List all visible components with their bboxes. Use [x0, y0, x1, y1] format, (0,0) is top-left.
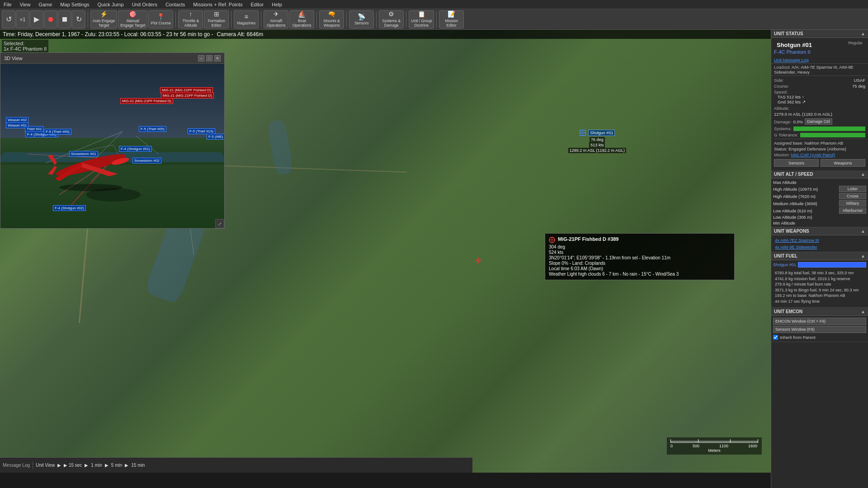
side-row: Side: USAF [774, 78, 865, 83]
g-tol-row: G Tolerance: [774, 132, 865, 137]
systems-damage-label: Systems &Damage [382, 19, 401, 28]
inherit-checkbox[interactable] [773, 335, 778, 340]
play2-btn[interactable]: ▶ [85, 463, 88, 468]
menu-bar: File View Game Map Settings Quick Jump U… [0, 0, 868, 9]
boat-ops-icon: ⛵ [298, 10, 306, 18]
menu-editor[interactable]: Editor [249, 2, 265, 7]
altitude-label: Altitude: [774, 106, 789, 111]
weapons-collapse[interactable]: ▲ [861, 229, 865, 234]
play4-btn[interactable]: ▶ [125, 463, 128, 468]
sensors-btn[interactable]: 📡 Sensors [349, 10, 374, 28]
menu-view[interactable]: View [18, 2, 33, 7]
menu-contacts[interactable]: Contacts [164, 2, 187, 7]
f5-we-label[interactable]: F-5 (WE) [207, 134, 224, 140]
military-btn[interactable]: Military [839, 200, 866, 206]
weapons-section: UNIT WEAPONS ▲ 4x AIM-7E2 Sparrow III 4x… [771, 227, 868, 252]
expand-3d-btn[interactable]: ⤢ [215, 219, 224, 228]
afterburner-btn[interactable]: Afterburner [839, 207, 866, 214]
boat-ops-btn[interactable]: ⛵ BoatOperations [289, 10, 314, 28]
map-area[interactable]: Time: Friday, December 1, 1967 - Zulu: 2… [0, 30, 771, 473]
unit-view-btn[interactable]: Unit View [36, 463, 55, 468]
unit-msg-log-link[interactable]: Unit Message Log [771, 56, 868, 63]
f4-shotgun02-label[interactable]: F-4 (Shotgun #02) [53, 205, 86, 211]
unit-type-link[interactable]: F-4C Phantom II [771, 49, 868, 56]
emcon-collapse[interactable]: ▲ [861, 309, 865, 314]
weapons-header[interactable]: UNIT WEAPONS ▲ [771, 227, 868, 235]
emcon-window-btn[interactable]: EMCON Window (Ctrl + F9) [773, 318, 866, 325]
snowstorm01-label[interactable]: Snowstorm #01 [69, 151, 98, 157]
damage-ctrl-btn[interactable]: Damage Ctrl [805, 118, 832, 125]
systems-label: Systems: [774, 126, 792, 131]
t15m-btn[interactable]: 15 min [131, 463, 145, 468]
play3-btn[interactable]: ▶ [105, 463, 108, 468]
alt-speed-collapse[interactable]: ▲ [861, 172, 865, 177]
magazines-btn[interactable]: ≡ Magazines [234, 10, 259, 28]
mission-value[interactable]: MIG CAP (AAW Patrol) [791, 152, 835, 157]
magazines-icon: ≡ [245, 13, 248, 21]
record-btn[interactable]: ⏺ [44, 10, 57, 28]
mounts-weapons-btn[interactable]: 🔫 Mounts &Weapons [319, 10, 344, 28]
emcon-header[interactable]: UNIT EMCON ▲ [771, 308, 868, 316]
loadout-section: Loadout: A/A: AIM-7E Sparrow III, AIM-9E… [771, 64, 868, 76]
systems-damage-btn[interactable]: ⚙ Systems &Damage [379, 10, 404, 28]
menu-game[interactable]: Game [37, 2, 54, 7]
status-bar: Time: Friday, December 1, 1967 - Zulu: 2… [0, 30, 771, 39]
sensors-panel-btn[interactable]: Sensors [774, 159, 819, 167]
unit-status-header[interactable]: UNIT STATUS ▲ [771, 30, 868, 38]
t1m-btn[interactable]: 1 min [91, 463, 102, 468]
menu-help[interactable]: Help [270, 2, 284, 7]
play-btn[interactable]: ▶ [30, 10, 43, 28]
menu-missions[interactable]: Missions + Ref. Points [191, 2, 244, 7]
close-btn[interactable]: ✕ [214, 55, 221, 61]
menu-quick-jump[interactable]: Quick Jump [96, 2, 126, 7]
snowstorm02-label[interactable]: Snowstorm #02 [132, 158, 161, 164]
maximize-btn[interactable]: □ [206, 55, 212, 61]
formation-btn[interactable]: ⊞ FormationEditor [204, 10, 229, 28]
f4-shotgun01-label[interactable]: F-4 (Shotgun #01) [119, 146, 152, 152]
systems-row: Systems: [774, 126, 865, 131]
auto-engage-btn[interactable]: ⚡ Auto EngageTarget [90, 10, 117, 28]
fuel-content: Shotgun #01 6760.8 kg total fuel, 38 min… [771, 260, 868, 307]
throttle-alt-btn[interactable]: ↑ Throttle &Altitude [178, 10, 203, 28]
cruise-btn[interactable]: Cruise [839, 193, 866, 199]
loiter-btn[interactable]: Loiter [839, 186, 866, 192]
t5m-btn[interactable]: 5 min [111, 463, 122, 468]
base-label: Assigned base: [774, 141, 803, 145]
f5-thief05b-label[interactable]: F-5 (Thief #05) [139, 126, 166, 132]
mission-editor-btn[interactable]: 📝 MissionEditor [439, 10, 464, 28]
stop-btn[interactable]: ⏹ [58, 10, 71, 28]
camera-alt: Camera Alt: 6646m [217, 31, 264, 38]
rewind-btn[interactable]: ↺ [2, 10, 15, 28]
aircraft-ops-btn[interactable]: ✈ AircraftOperations [264, 10, 288, 28]
t15s-btn[interactable]: ▶ 15 sec [64, 463, 82, 468]
low-alt-610-row: Low Altitude (610 m) Afterburner [771, 207, 868, 214]
time-display: Time: Friday, December 1, 1967 - Zulu: 2… [3, 31, 213, 38]
fuel-unit-name: Shotgun #01 [773, 263, 796, 267]
play-small-btn[interactable]: ▶ [57, 463, 61, 468]
manual-engage-btn[interactable]: 🎯 ManualEngage Target [118, 10, 147, 28]
fuel-header[interactable]: UNIT FUEL ▲ [771, 252, 868, 260]
auto-engage-label: Auto EngageTarget [93, 19, 115, 28]
plot-course-btn[interactable]: 📍 Plot Course [148, 10, 173, 28]
aim7-entry[interactable]: 4x AIM-7E2 Sparrow III [773, 237, 866, 244]
fast-fwd-btn[interactable]: ↻ [72, 10, 85, 28]
fuel-collapse[interactable]: ▲ [861, 253, 865, 258]
menu-unit-orders[interactable]: Unit Orders [130, 2, 159, 7]
speed-label-row: Speed: [774, 89, 865, 94]
unit-status-collapse[interactable]: ▲ [861, 31, 865, 36]
shotgun-marker[interactable]: Shotgun #01 76 deg 513 kts 1289.2 m ASL … [568, 129, 626, 153]
sensors-window-btn[interactable]: Sensors Window (F9) [773, 326, 866, 333]
minimize-btn[interactable]: ─ [198, 55, 204, 61]
alt-speed-header[interactable]: UNIT ALT / SPEED ▲ [771, 170, 868, 178]
aircraft-3d-model [55, 142, 127, 188]
aim9-entry[interactable]: 4x AIM-9E Sidewinder [773, 244, 866, 250]
unit-doctrine-btn[interactable]: 📋 Unit / GroupDoctrine [409, 10, 434, 28]
f5-thief05a-label[interactable]: F-5 (Thief #05) [44, 129, 71, 135]
selected-label: Selected: [4, 41, 47, 46]
menu-file[interactable]: File [2, 2, 14, 7]
mig21-label-3[interactable]: MiG-21 (MiG-21PF Fishbed D) [120, 98, 173, 104]
menu-map-settings[interactable]: Map Settings [58, 2, 91, 7]
weapons-panel-btn[interactable]: Weapons [821, 159, 865, 167]
sep8 [406, 11, 406, 28]
status-info: Status: Engaged Defensive (Airborne) [774, 146, 865, 151]
